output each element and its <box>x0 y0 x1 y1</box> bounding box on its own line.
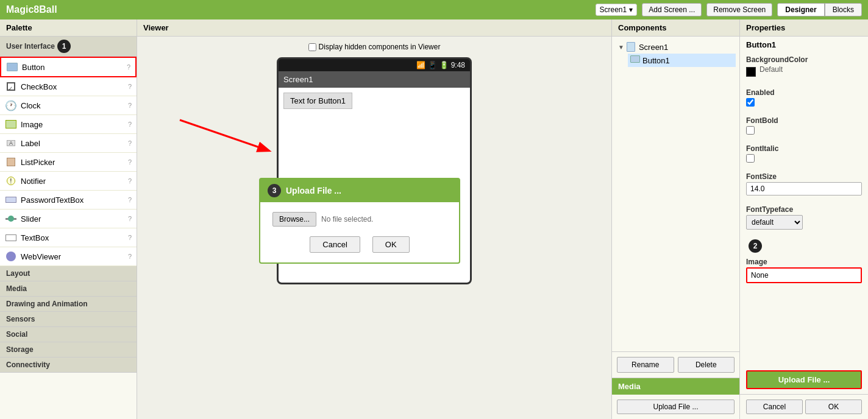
viewer-panel: Viewer Display hidden components in View… <box>137 19 612 419</box>
notifier-help-icon[interactable]: ? <box>128 177 132 185</box>
media-upload-button[interactable]: Upload File ... <box>617 400 735 414</box>
prop-fonttypeface: FontTypeface default serif sans-serif mo… <box>740 203 868 237</box>
prop-fontitalic: FontItalic <box>740 142 868 170</box>
upload-file-button[interactable]: Upload File ... <box>746 370 862 389</box>
remove-screen-button[interactable]: Remove Screen <box>706 3 772 16</box>
dropdown-arrow-icon: ▾ <box>629 5 633 14</box>
prop-image: Image <box>740 255 868 290</box>
main-layout: Palette User Interface 1 Button ? CheckB… <box>0 19 868 419</box>
dialog-cancel-button[interactable]: Cancel <box>310 236 360 253</box>
section-media[interactable]: Media <box>0 281 137 297</box>
section-drawing-animation[interactable]: Drawing and Animation <box>0 297 137 312</box>
section-connectivity[interactable]: Connectivity <box>0 357 137 373</box>
section-layout[interactable]: Layout <box>0 266 137 281</box>
blocks-button[interactable]: Blocks <box>825 3 862 16</box>
step3-badge: 3 <box>268 184 281 197</box>
tree-button1[interactable]: Button1 <box>628 54 736 67</box>
image-icon <box>5 118 17 130</box>
screen-icon <box>627 42 636 52</box>
properties-component-name: Button1 <box>740 37 868 53</box>
section-sensors[interactable]: Sensors <box>0 312 137 327</box>
rename-button[interactable]: Rename <box>617 357 674 373</box>
palette-item-listpicker[interactable]: ListPicker ? <box>0 153 137 172</box>
designer-button[interactable]: Designer <box>777 3 824 16</box>
button-comp-icon <box>630 55 640 65</box>
no-file-label: No file selected. <box>321 215 373 224</box>
palette-item-webviewer[interactable]: WebViewer ? <box>0 247 137 266</box>
button-icon <box>6 61 18 73</box>
section-user-interface[interactable]: User Interface 1 <box>0 37 137 57</box>
viewer-title: Viewer <box>143 23 169 32</box>
label-help-icon[interactable]: ? <box>128 139 132 147</box>
prop-fontbold: FontBold <box>740 114 868 142</box>
properties-header: Properties <box>740 19 868 37</box>
wifi-icon: 📶 <box>416 61 425 69</box>
palette-item-label[interactable]: A Label ? <box>0 134 137 153</box>
media-header: Media <box>612 378 739 395</box>
components-footer: Rename Delete <box>612 351 739 378</box>
components-panel: Components ▼ Screen1 Button1 Rename Dele… <box>612 19 740 419</box>
bgcolor-swatch <box>746 67 756 77</box>
media-section: Media Upload File ... <box>612 378 739 419</box>
prop-enabled: Enabled <box>740 86 868 114</box>
components-header: Components <box>612 19 739 37</box>
dialog-buttons: Cancel OK <box>272 236 447 253</box>
label-icon: A <box>5 137 17 149</box>
palette-item-image[interactable]: Image ? <box>0 115 137 134</box>
media-title: Media <box>618 382 641 391</box>
props-ok-button[interactable]: OK <box>805 400 862 414</box>
topbar: Magic8Ball Screen1 ▾ Add Screen ... Remo… <box>0 0 868 19</box>
dialog-ok-button[interactable]: OK <box>372 236 410 253</box>
webviewer-icon <box>5 250 17 262</box>
browse-button[interactable]: Browse... <box>272 212 316 227</box>
clock-help-icon[interactable]: ? <box>128 102 132 109</box>
webviewer-help-icon[interactable]: ? <box>128 253 132 260</box>
image-field[interactable] <box>746 267 862 283</box>
expand-icon: ▼ <box>618 44 624 51</box>
palette-title: Palette <box>6 23 32 32</box>
button-help-icon[interactable]: ? <box>127 63 130 71</box>
props-cancel-button[interactable]: Cancel <box>746 400 803 414</box>
palette-item-clock[interactable]: 🕐 Clock ? <box>0 96 137 115</box>
fontsize-input[interactable] <box>746 182 862 195</box>
prop-bgcolor: BackgroundColor Default <box>740 53 868 86</box>
phone-screen-title: Screen1 <box>283 75 313 84</box>
section-storage[interactable]: Storage <box>0 342 137 357</box>
palette-item-passwordtextbox[interactable]: PasswordTextBox ? <box>0 191 137 210</box>
fontitalic-checkbox[interactable] <box>746 154 755 163</box>
listpicker-help-icon[interactable]: ? <box>128 158 132 166</box>
fonttypeface-select[interactable]: default serif sans-serif monospace <box>746 215 803 230</box>
hidden-components-label: Display hidden components in Viewer <box>319 43 441 51</box>
textbox-help-icon[interactable]: ? <box>128 234 132 241</box>
palette-item-slider[interactable]: Slider ? <box>0 210 137 228</box>
phone-button1[interactable]: Text for Button1 <box>283 93 352 109</box>
mode-toggle: Designer Blocks <box>777 3 862 16</box>
palette-item-textbox[interactable]: TextBox ? <box>0 228 137 247</box>
screen-dropdown[interactable]: Screen1 ▾ <box>596 4 638 16</box>
palette-item-notifier[interactable]: ! Notifier ? <box>0 172 137 191</box>
passwordtextbox-help-icon[interactable]: ? <box>128 196 132 203</box>
tree-screen1[interactable]: ▼ Screen1 <box>616 40 736 54</box>
palette-item-button[interactable]: Button ? <box>0 57 137 77</box>
screen-label: Screen1 <box>600 5 627 14</box>
palette-item-checkbox[interactable]: CheckBox ? <box>0 77 137 96</box>
prop-fontsize: FontSize <box>740 170 868 203</box>
passwordtextbox-icon <box>5 194 17 206</box>
palette-header: Palette <box>0 19 137 37</box>
slider-help-icon[interactable]: ? <box>128 215 132 222</box>
file-input-row: Browse... No file selected. <box>272 212 447 227</box>
enabled-checkbox[interactable] <box>746 98 755 107</box>
viewer-header: Viewer <box>137 19 611 37</box>
section-social[interactable]: Social <box>0 327 137 342</box>
media-body: Upload File ... <box>612 395 739 419</box>
tree-screen1-label: Screen1 <box>639 43 668 52</box>
add-screen-button[interactable]: Add Screen ... <box>642 3 702 16</box>
checkbox-help-icon[interactable]: ? <box>128 83 132 90</box>
battery-icon: 🔋 <box>439 61 449 69</box>
delete-button[interactable]: Delete <box>678 357 735 373</box>
hidden-components-checkbox[interactable] <box>308 43 316 51</box>
fontbold-checkbox[interactable] <box>746 126 755 135</box>
upload-dialog-title: Upload File ... <box>286 186 341 195</box>
image-help-icon[interactable]: ? <box>128 121 132 128</box>
notifier-icon: ! <box>5 175 17 187</box>
